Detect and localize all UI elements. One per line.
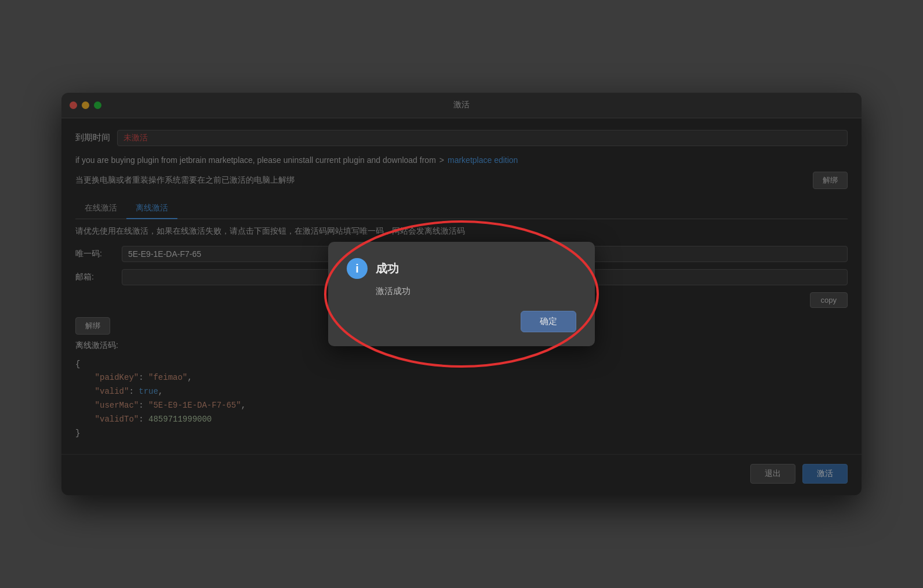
modal-ok-button[interactable]: 确定 bbox=[521, 311, 576, 332]
info-icon: i bbox=[347, 258, 368, 279]
modal-footer: 确定 bbox=[347, 311, 576, 332]
modal-dialog: i 成功 激活成功 确定 bbox=[328, 242, 595, 346]
modal-overlay: i 成功 激活成功 确定 bbox=[61, 93, 862, 496]
modal-header: i 成功 bbox=[347, 258, 576, 279]
modal-title: 成功 bbox=[376, 261, 399, 277]
main-window: 激活 到期时间 if you are buying plugin from je… bbox=[61, 93, 862, 496]
modal-body: 激活成功 bbox=[376, 286, 576, 297]
